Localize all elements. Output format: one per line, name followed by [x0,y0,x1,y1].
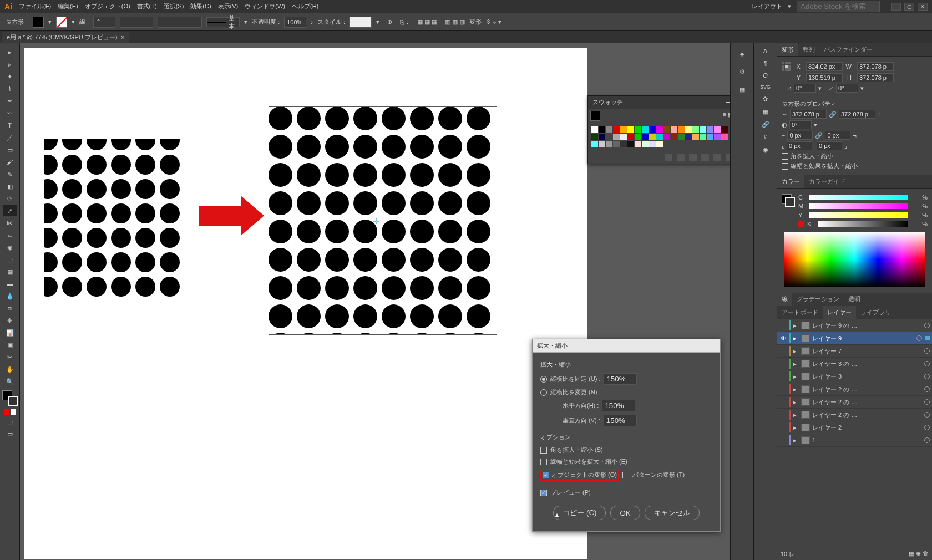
swatch[interactable] [663,134,670,140]
close-tab-button[interactable]: ✕ [120,34,125,40]
canvas[interactable]: ✛ スウォッチ☰ ≡ ▦ 拡大・縮小 拡大・縮小 [20,43,730,560]
corner-br-input[interactable] [817,141,842,150]
vertical-scale-input[interactable] [604,415,637,426]
fill-stroke-control[interactable] [2,390,18,406]
scale-strokes-checkbox[interactable] [540,459,547,465]
swatch[interactable] [685,134,692,140]
hand-tool[interactable]: ✋ [3,364,17,375]
expand-icon[interactable]: ▸ [793,386,799,393]
curvature-tool[interactable]: 〰 [3,108,17,119]
scale-tool[interactable]: ⤢ [3,205,17,216]
corner-tr-input[interactable] [825,131,850,140]
swatch[interactable] [656,126,663,133]
swatch[interactable] [599,134,605,140]
magic-wand-tool[interactable]: ✦ [3,71,17,82]
swatch[interactable] [721,134,728,140]
direct-selection-tool[interactable]: ▹ [3,59,17,70]
swatch[interactable] [635,126,641,133]
swatch[interactable] [613,141,620,147]
swatch[interactable] [627,141,634,147]
color-fillstroke-icon[interactable] [782,194,795,207]
menu-edit[interactable]: 編集(E) [58,2,78,11]
window-minimize-button[interactable]: — [891,3,901,11]
swatch[interactable] [700,126,706,133]
expand-icon[interactable]: ▸ [793,424,799,431]
fill-swatch[interactable] [33,17,44,28]
w-input[interactable] [857,62,894,71]
swatch[interactable] [591,141,598,147]
rect-w-input[interactable] [790,110,827,119]
screen-mode[interactable]: ▭ [3,428,17,439]
reference-point-icon[interactable] [782,62,792,72]
expand-icon[interactable]: ▸ [793,411,799,419]
m-slider[interactable] [809,203,908,209]
line-tool[interactable]: ／ [3,132,17,143]
rect-angle-input[interactable] [789,120,812,129]
new-swatch-icon[interactable] [713,154,721,161]
swatch-kind-icon[interactable] [677,154,685,161]
swatch[interactable] [707,134,713,140]
swatch[interactable] [649,134,656,140]
selection-tool[interactable]: ▸ [3,47,17,58]
width-tool[interactable]: ⋈ [3,217,17,228]
uniform-scale-input[interactable] [604,373,637,385]
swatch[interactable] [599,141,605,147]
menu-file[interactable]: ファイル(F) [19,2,51,11]
menu-select[interactable]: 選択(S) [164,2,184,11]
swatch-grid[interactable] [588,123,730,151]
target-icon[interactable] [924,425,930,430]
pencil-tool[interactable]: ✎ [3,169,17,180]
swatch[interactable] [613,134,620,140]
symbol-sprayer-tool[interactable]: ❋ [3,315,17,326]
window-maximize-button[interactable]: ▢ [904,3,914,11]
swatch[interactable] [700,134,706,140]
tab-gradient[interactable]: グラデーション [792,293,844,306]
target-icon[interactable] [924,386,930,392]
tab-artboards[interactable]: アートボード [777,306,823,319]
swatch[interactable] [635,141,641,147]
lasso-tool[interactable]: ⌇ [3,83,17,94]
swatch[interactable] [671,126,677,133]
swatch[interactable] [649,126,656,133]
eyedropper-tool[interactable]: 💧 [3,291,17,302]
expand-icon[interactable]: ▸ [793,335,799,342]
swatch[interactable] [591,126,598,133]
visibility-icon[interactable]: 👁 [779,335,787,342]
rotate-tool[interactable]: ⟳ [3,193,17,204]
target-icon[interactable] [924,437,930,443]
menu-effect[interactable]: 効果(C) [190,2,211,11]
tab-libraries[interactable]: ライブラリ [856,306,895,319]
stroke-weight-input[interactable]: ⌃ [93,17,115,28]
rect-h-input[interactable] [839,110,875,119]
layer-row[interactable]: ▸ レイヤー 2 の … [777,409,932,421]
mesh-tool[interactable]: ▦ [3,266,17,277]
swatch[interactable] [685,126,692,133]
swatch[interactable] [721,126,728,133]
expand-icon[interactable]: ▸ [793,373,799,380]
layer-row[interactable]: ▸ レイヤー 2 の … [777,396,932,409]
perspective-tool[interactable]: ⬚ [3,254,17,265]
target-icon[interactable] [924,374,930,379]
tab-transparency[interactable]: 透明 [844,293,865,306]
swatch[interactable] [671,134,677,140]
layer-row[interactable]: ▸ 1 [777,434,932,447]
c-slider[interactable] [809,195,908,200]
swatch[interactable] [620,141,627,147]
tab-stroke[interactable]: 線 [777,293,792,306]
tab-layers[interactable]: レイヤー [823,306,856,319]
layer-row[interactable]: ▸ レイヤー 3 [777,370,932,383]
expand-icon[interactable]: ▸ [793,437,799,444]
swatch[interactable] [663,126,670,133]
swatch[interactable] [606,134,612,140]
rectangle-tool[interactable]: ▭ [3,144,17,155]
tab-pathfinder[interactable]: パスファインダー [819,43,877,56]
delete-swatch-icon[interactable] [726,154,730,161]
panel-menu-icon[interactable]: ☰ [726,99,730,106]
swatch[interactable] [692,134,699,140]
swatch[interactable] [613,126,620,133]
type-tool[interactable]: T [3,120,17,131]
swatch-libraries-icon[interactable] [665,154,672,161]
layer-row[interactable]: ▸ レイヤー 2 [777,421,932,434]
css-icon[interactable]: ▦ [736,83,748,95]
cancel-button[interactable]: キャンセル [645,506,700,520]
